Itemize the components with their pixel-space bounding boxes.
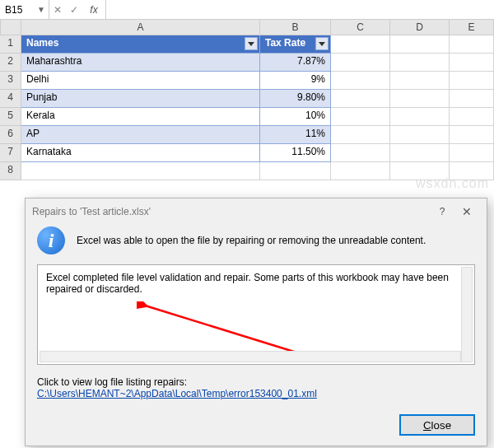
- cell[interactable]: [331, 90, 390, 108]
- cell[interactable]: [450, 162, 494, 180]
- col-header-D[interactable]: D: [390, 20, 450, 35]
- cell[interactable]: [390, 72, 450, 90]
- close-button[interactable]: Close: [399, 414, 475, 436]
- table-cell-tax[interactable]: 9%: [260, 72, 331, 90]
- row-header[interactable]: 8: [0, 162, 21, 180]
- row-header[interactable]: 6: [0, 126, 21, 144]
- table-header-names-text: Names: [26, 37, 58, 49]
- name-box-dropdown-icon[interactable]: ▼: [37, 5, 45, 14]
- cell[interactable]: [331, 54, 390, 72]
- dialog-title-text: Repairs to 'Test article.xlsx': [32, 206, 431, 217]
- repair-details-text: Excel completed file level validation an…: [46, 272, 449, 295]
- table-cell-tax[interactable]: 11%: [260, 126, 331, 144]
- table-cell-name[interactable]: Kerala: [21, 108, 260, 126]
- accept-formula-icon[interactable]: ✓: [66, 4, 82, 16]
- cell[interactable]: [21, 162, 260, 180]
- filter-icon[interactable]: [315, 37, 329, 50]
- spreadsheet-grid: A B C D E 1 Names Tax Rate 2 Maharashtra…: [0, 20, 494, 180]
- table-header-names[interactable]: Names: [21, 35, 260, 54]
- table-cell-name[interactable]: Delhi: [21, 72, 260, 90]
- filter-icon[interactable]: [245, 37, 258, 50]
- col-header-A[interactable]: A: [21, 20, 260, 35]
- row-header[interactable]: 1: [0, 35, 21, 54]
- name-box-input[interactable]: [3, 3, 37, 16]
- cell[interactable]: [331, 72, 390, 90]
- close-button-underline: C: [423, 419, 431, 432]
- cell[interactable]: [390, 144, 450, 162]
- cell[interactable]: [331, 108, 390, 126]
- info-icon: i: [37, 226, 65, 254]
- formula-input[interactable]: [106, 0, 494, 19]
- cell[interactable]: [390, 108, 450, 126]
- col-header-E[interactable]: E: [450, 20, 494, 35]
- row-header[interactable]: 4: [0, 90, 21, 108]
- help-icon[interactable]: ?: [431, 206, 454, 217]
- formula-controls: ✕ ✓ fx: [49, 0, 106, 19]
- table-cell-name[interactable]: AP: [21, 126, 260, 144]
- dialog-message: Excel was able to open the file by repai…: [77, 235, 426, 246]
- table-cell-tax[interactable]: 11.50%: [260, 144, 331, 162]
- dialog-message-row: i Excel was able to open the file by rep…: [26, 225, 487, 264]
- table-cell-tax[interactable]: 7.87%: [260, 54, 331, 72]
- table-cell-name[interactable]: Punjab: [21, 90, 260, 108]
- cell[interactable]: [331, 35, 390, 54]
- cell[interactable]: [450, 72, 494, 90]
- log-file-link[interactable]: C:\Users\HEMANT~2\AppData\Local\Temp\err…: [37, 388, 317, 399]
- row-header[interactable]: 2: [0, 54, 21, 72]
- name-box[interactable]: ▼: [0, 0, 49, 19]
- cell[interactable]: [450, 144, 494, 162]
- cell[interactable]: [450, 126, 494, 144]
- cell[interactable]: [390, 90, 450, 108]
- dialog-button-bar: Close: [26, 408, 487, 446]
- dialog-titlebar[interactable]: Repairs to 'Test article.xlsx' ? ✕: [26, 198, 487, 225]
- row-header[interactable]: 7: [0, 144, 21, 162]
- cell[interactable]: [450, 35, 494, 54]
- scrollbar-horizontal[interactable]: [40, 351, 461, 362]
- cell[interactable]: [331, 144, 390, 162]
- log-link-row: Click to view log file listing repairs: …: [26, 373, 487, 408]
- formula-bar: ▼ ✕ ✓ fx: [0, 0, 494, 20]
- cell[interactable]: [450, 90, 494, 108]
- table-cell-name[interactable]: Karnataka: [21, 144, 260, 162]
- log-link-label: Click to view log file listing repairs:: [37, 376, 187, 388]
- row-header[interactable]: 5: [0, 108, 21, 126]
- col-header-C[interactable]: C: [331, 20, 390, 35]
- repairs-dialog: Repairs to 'Test article.xlsx' ? ✕ i Exc…: [25, 198, 487, 446]
- close-icon[interactable]: ✕: [454, 205, 480, 218]
- cell[interactable]: [390, 126, 450, 144]
- select-all-corner[interactable]: [0, 20, 21, 35]
- table-cell-tax[interactable]: 9.80%: [260, 90, 331, 108]
- close-button-rest: lose: [431, 419, 451, 432]
- cancel-formula-icon[interactable]: ✕: [49, 4, 66, 16]
- col-header-B[interactable]: B: [260, 20, 331, 35]
- repair-details-box[interactable]: Excel completed file level validation an…: [37, 264, 475, 365]
- table-header-tax[interactable]: Tax Rate: [260, 35, 331, 54]
- cell[interactable]: [390, 162, 450, 180]
- cell[interactable]: [450, 108, 494, 126]
- cell[interactable]: [450, 54, 494, 72]
- cell[interactable]: [331, 162, 390, 180]
- row-header[interactable]: 3: [0, 72, 21, 90]
- insert-function-icon[interactable]: fx: [82, 4, 105, 16]
- table-header-tax-text: Tax Rate: [265, 37, 305, 49]
- cell[interactable]: [331, 126, 390, 144]
- cell[interactable]: [390, 35, 450, 54]
- table-cell-tax[interactable]: 10%: [260, 108, 331, 126]
- scrollbar-vertical[interactable]: [461, 267, 473, 362]
- table-cell-name[interactable]: Maharashtra: [21, 54, 260, 72]
- cell[interactable]: [390, 54, 450, 72]
- cell[interactable]: [260, 162, 331, 180]
